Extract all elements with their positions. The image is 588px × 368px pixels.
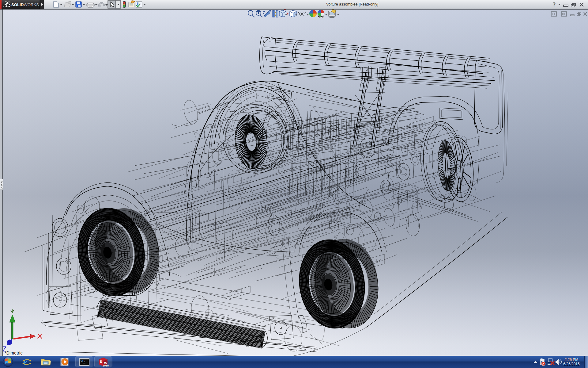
svg-text:S: S bbox=[100, 360, 102, 363]
svg-text:e: e bbox=[23, 357, 27, 366]
svg-text:2015: 2015 bbox=[103, 364, 109, 367]
svg-text:?: ? bbox=[553, 1, 556, 8]
svg-text:C:\: C:\ bbox=[81, 359, 85, 362]
